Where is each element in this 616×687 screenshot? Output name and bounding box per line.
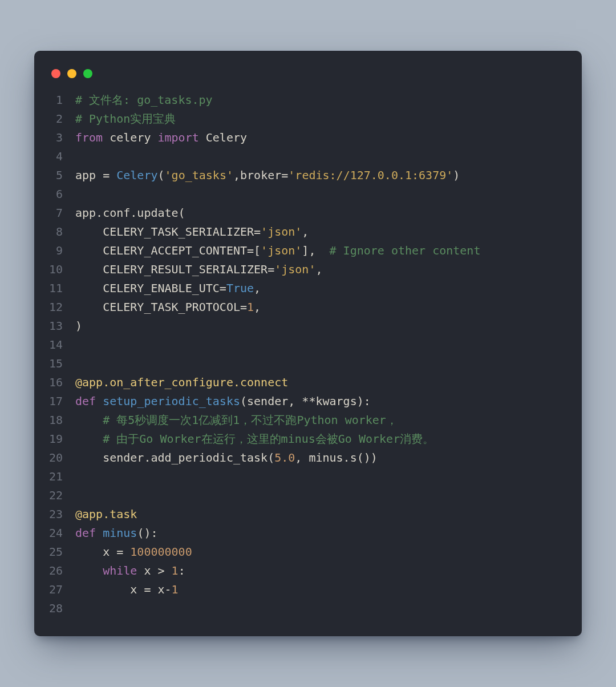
code-line[interactable]: 26 while x > 1: <box>49 561 567 580</box>
code-line[interactable]: 3from celery import Celery <box>49 128 567 147</box>
code-token: # Python实用宝典 <box>75 112 176 126</box>
code-token: # 每5秒调度一次1亿减到1，不过不跑Python worker， <box>103 413 398 427</box>
line-content[interactable]: @app.task <box>75 505 567 524</box>
line-number: 10 <box>49 260 75 279</box>
line-content[interactable]: CELERY_RESULT_SERIALIZER='json', <box>75 260 567 279</box>
code-token: 100000000 <box>130 545 192 559</box>
code-token: setup_periodic_tasks <box>103 394 240 408</box>
line-content[interactable]: sender.add_periodic_task(5.0, minus.s()) <box>75 448 567 467</box>
line-number: 15 <box>49 354 75 373</box>
code-line[interactable]: 5app = Celery('go_tasks',broker='redis:/… <box>49 166 567 185</box>
line-content[interactable]: from celery import Celery <box>75 128 567 147</box>
code-line[interactable]: 21 <box>49 467 567 486</box>
code-token <box>75 432 103 446</box>
code-token: ) <box>75 319 82 333</box>
code-line[interactable]: 13) <box>49 317 567 336</box>
close-traffic-light-icon[interactable] <box>51 69 60 78</box>
code-line[interactable]: 19 # 由于Go Worker在运行，这里的minus会被Go Worker消… <box>49 430 567 448</box>
line-content[interactable] <box>75 486 567 505</box>
line-content[interactable] <box>75 467 567 486</box>
code-token: x = x- <box>75 583 172 596</box>
line-content[interactable] <box>75 336 567 354</box>
code-line[interactable]: 28 <box>49 599 567 618</box>
code-line[interactable]: 4 <box>49 147 567 166</box>
line-content[interactable]: CELERY_TASK_PROTOCOL=1, <box>75 298 567 317</box>
code-line[interactable]: 1# 文件名: go_tasks.py <box>49 91 567 110</box>
line-content[interactable]: ) <box>75 317 567 336</box>
zoom-traffic-light-icon[interactable] <box>83 69 92 78</box>
code-line[interactable]: 14 <box>49 336 567 354</box>
code-line[interactable]: 15 <box>49 354 567 373</box>
line-number: 28 <box>49 599 75 618</box>
line-content[interactable] <box>75 354 567 373</box>
code-line[interactable]: 20 sender.add_periodic_task(5.0, minus.s… <box>49 448 567 467</box>
code-token: True <box>226 281 254 295</box>
code-token: while <box>103 564 137 577</box>
line-content[interactable]: # 文件名: go_tasks.py <box>75 91 567 110</box>
line-content[interactable]: def setup_periodic_tasks(sender, **kwarg… <box>75 392 567 411</box>
code-line[interactable]: 18 # 每5秒调度一次1亿减到1，不过不跑Python worker， <box>49 411 567 430</box>
line-number: 19 <box>49 430 75 448</box>
code-line[interactable]: 11 CELERY_ENABLE_UTC=True, <box>49 279 567 298</box>
line-content[interactable]: while x > 1: <box>75 561 567 580</box>
code-token: app = <box>75 168 116 182</box>
code-token: CELERY_TASK_PROTOCOL= <box>75 300 247 314</box>
line-content[interactable]: x = 100000000 <box>75 543 567 561</box>
code-token <box>75 413 103 427</box>
line-number: 16 <box>49 373 75 392</box>
code-token: x > <box>137 564 171 577</box>
line-content[interactable]: # Python实用宝典 <box>75 110 567 128</box>
code-line[interactable]: 25 x = 100000000 <box>49 543 567 561</box>
code-line[interactable]: 16@app.on_after_configure.connect <box>49 373 567 392</box>
line-content[interactable]: x = x-1 <box>75 580 567 599</box>
code-line[interactable]: 7app.conf.update( <box>49 204 567 223</box>
code-line[interactable]: 10 CELERY_RESULT_SERIALIZER='json', <box>49 260 567 279</box>
code-line[interactable]: 2# Python实用宝典 <box>49 110 567 128</box>
code-token: @app.on_after_configure.connect <box>75 375 288 389</box>
code-token: , <box>254 300 261 314</box>
line-number: 23 <box>49 505 75 524</box>
line-content[interactable]: CELERY_ACCEPT_CONTENT=['json'], # Ignore… <box>75 241 567 260</box>
line-content[interactable] <box>75 599 567 618</box>
code-line[interactable]: 8 CELERY_TASK_SERIALIZER='json', <box>49 223 567 241</box>
line-number: 13 <box>49 317 75 336</box>
line-content[interactable] <box>75 147 567 166</box>
minimize-traffic-light-icon[interactable] <box>67 69 76 78</box>
code-token: 'redis://127.0.0.1:6379' <box>288 168 453 182</box>
line-content[interactable]: @app.on_after_configure.connect <box>75 373 567 392</box>
line-number: 5 <box>49 166 75 185</box>
code-line[interactable]: 17def setup_periodic_tasks(sender, **kwa… <box>49 392 567 411</box>
code-token: celery <box>103 131 157 144</box>
line-content[interactable]: app.conf.update( <box>75 204 567 223</box>
code-token: @app.task <box>75 507 137 521</box>
code-line[interactable]: 6 <box>49 185 567 204</box>
line-number: 11 <box>49 279 75 298</box>
code-line[interactable]: 12 CELERY_TASK_PROTOCOL=1, <box>49 298 567 317</box>
code-token: # 文件名: go_tasks.py <box>75 93 213 107</box>
line-content[interactable]: # 由于Go Worker在运行，这里的minus会被Go Worker消费。 <box>75 430 567 448</box>
code-token <box>96 526 103 540</box>
line-content[interactable]: # 每5秒调度一次1亿减到1，不过不跑Python worker， <box>75 411 567 430</box>
line-content[interactable]: app = Celery('go_tasks',broker='redis://… <box>75 166 567 185</box>
code-line[interactable]: 9 CELERY_ACCEPT_CONTENT=['json'], # Igno… <box>49 241 567 260</box>
line-content[interactable]: def minus(): <box>75 524 567 543</box>
line-number: 8 <box>49 223 75 241</box>
code-token: from <box>75 131 103 144</box>
code-editor[interactable]: 1# 文件名: go_tasks.py2# Python实用宝典3from ce… <box>49 91 567 618</box>
line-content[interactable]: CELERY_ENABLE_UTC=True, <box>75 279 567 298</box>
code-token: 5.0 <box>274 451 295 464</box>
line-content[interactable]: CELERY_TASK_SERIALIZER='json', <box>75 223 567 241</box>
code-line[interactable]: 24def minus(): <box>49 524 567 543</box>
line-number: 25 <box>49 543 75 561</box>
code-token: , minus.s()) <box>295 451 378 464</box>
line-content[interactable] <box>75 185 567 204</box>
code-line[interactable]: 27 x = x-1 <box>49 580 567 599</box>
code-line[interactable]: 22 <box>49 486 567 505</box>
code-token: , <box>254 281 261 295</box>
code-line[interactable]: 23@app.task <box>49 505 567 524</box>
code-token: ,broker= <box>233 168 288 182</box>
code-token: 1 <box>172 583 179 596</box>
line-number: 2 <box>49 110 75 128</box>
line-number: 21 <box>49 467 75 486</box>
code-token: sender.add_periodic_task( <box>75 451 274 464</box>
